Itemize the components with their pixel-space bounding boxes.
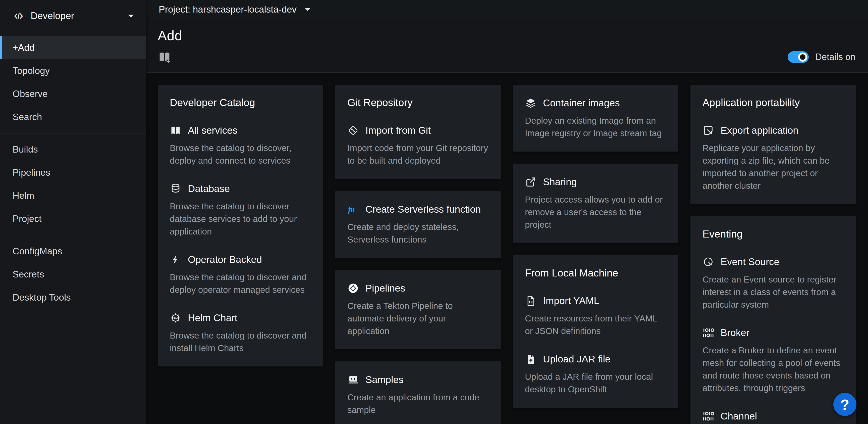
card-items: Sharing Project access allows you to add… <box>525 176 666 231</box>
helm-icon: HELM <box>170 312 181 324</box>
add-action-label: All services <box>188 125 237 136</box>
add-action-all-services[interactable]: All services Browse the catalog to disco… <box>170 125 311 167</box>
perspective-label: Developer <box>31 10 74 21</box>
database-icon <box>170 183 181 195</box>
sidebar-item-helm[interactable]: Helm <box>0 184 146 207</box>
card-items: Container images Deploy an existing Imag… <box>525 97 666 140</box>
event-source-icon <box>703 256 714 268</box>
card-column-2: Git Repository <box>335 85 501 424</box>
details-toggle-label: Details on <box>815 52 856 62</box>
nav-divider <box>0 133 146 134</box>
add-action-description: Create a Tekton Pipeline to automate del… <box>347 300 489 337</box>
card-items: fn Create Serverless function Create and… <box>347 204 489 246</box>
sidebar-item-label: +Add <box>12 43 34 53</box>
add-action-description: Create resources from their YAML or JSON… <box>525 312 666 337</box>
add-action-pipelines[interactable]: Pipelines Create a Tekton Pipeline to au… <box>347 283 489 337</box>
sidebar-item-label: Pipelines <box>12 167 50 178</box>
sidebar-item-label: Topology <box>12 65 50 76</box>
sidebar-nav: +Add Topology Observe Search Builds Pipe… <box>0 32 146 309</box>
sidebar-item-topology[interactable]: Topology <box>0 59 146 82</box>
card-column-1: Developer Catalog All services <box>158 85 323 366</box>
openshift-console: Developer +Add Topology Observe Search B… <box>0 0 868 424</box>
card-title: From Local Machine <box>525 267 666 279</box>
sidebar-item-label: Search <box>12 112 42 122</box>
add-action-create-serverless-function[interactable]: fn Create Serverless function Create and… <box>347 204 489 246</box>
book-plus-icon[interactable] <box>158 50 171 64</box>
add-action-description: Browse the catalog to discover database … <box>170 200 311 238</box>
export-icon <box>703 125 714 136</box>
sidebar-item-add[interactable]: +Add <box>0 36 146 59</box>
git-repository-card: Git Repository <box>335 85 501 179</box>
add-action-operator-backed[interactable]: Operator Backed Browse the catalog to di… <box>170 254 311 296</box>
add-action-container-images[interactable]: Container images Deploy an existing Imag… <box>525 97 666 140</box>
details-toggle[interactable] <box>787 51 809 63</box>
project-selector-label: Project: harshcasper-localsta-dev <box>159 4 297 15</box>
add-action-helm-chart[interactable]: HELM Helm Chart Browse the catalog to di… <box>170 312 311 355</box>
sidebar: Developer +Add Topology Observe Search B… <box>0 0 146 424</box>
add-action-description: Deploy an existing Image from an Image r… <box>525 114 666 140</box>
add-action-description: Browse the catalog to discover and insta… <box>170 329 311 355</box>
sidebar-item-desktop-tools[interactable]: Desktop Tools <box>0 286 146 309</box>
add-action-channel[interactable]: Channel Create a Knative Channel to crea… <box>703 411 844 424</box>
card-items: All services Browse the catalog to disco… <box>170 125 311 355</box>
add-action-description: Create a Broker to define an event mesh … <box>703 344 844 394</box>
svg-text:HELM: HELM <box>173 317 179 319</box>
eventing-card: Eventing <box>690 216 856 424</box>
sidebar-item-label: Observe <box>12 89 48 99</box>
add-action-description: Project access allows you to add or remo… <box>525 193 666 231</box>
share-icon <box>525 176 536 188</box>
add-action-description: Browse the catalog to discover and deplo… <box>170 271 311 296</box>
sidebar-item-builds[interactable]: Builds <box>0 138 146 161</box>
page-header-row: Details on <box>158 50 856 64</box>
add-action-description: Replicate your application by exporting … <box>703 142 844 192</box>
add-action-label: Create Serverless function <box>366 204 481 215</box>
sidebar-item-project[interactable]: Project <box>0 207 146 230</box>
add-action-label: Pipelines <box>366 283 405 294</box>
sidebar-item-secrets[interactable]: Secrets <box>0 263 146 286</box>
card-items: Import YAML Create resources from their … <box>525 295 666 396</box>
sidebar-item-label: ConfigMaps <box>12 246 62 257</box>
main-area: Project: harshcasper-localsta-dev Add <box>146 0 868 424</box>
add-action-event-source[interactable]: Event Source Create an Event source to r… <box>703 256 844 311</box>
sidebar-item-label: Builds <box>12 144 38 155</box>
perspective-switcher[interactable]: Developer <box>0 0 146 32</box>
add-action-label: Helm Chart <box>188 312 237 323</box>
sidebar-item-label: Helm <box>12 191 34 201</box>
sharing-card: Sharing Project access allows you to add… <box>513 164 678 243</box>
sidebar-item-observe[interactable]: Observe <box>0 82 146 106</box>
tekton-icon <box>347 283 359 294</box>
add-action-label: Import from Git <box>366 125 431 136</box>
add-action-upload-jar-file[interactable]: Upload JAR file Upload a JAR file from y… <box>525 354 666 396</box>
add-action-description: Import code from your Git repository to … <box>347 142 489 167</box>
page-header: Add Details on <box>146 19 868 73</box>
card-items: Import from Git Import code from your Gi… <box>347 125 489 167</box>
add-action-description: Browse the catalog to discover, deploy a… <box>170 142 311 167</box>
add-action-label: Event Source <box>720 256 779 267</box>
add-action-sharing[interactable]: Sharing Project access allows you to add… <box>525 176 666 231</box>
book-icon <box>170 125 181 136</box>
svg-text:fn: fn <box>348 205 355 214</box>
add-action-database[interactable]: Database Browse the catalog to discover … <box>170 183 311 238</box>
add-action-broker[interactable]: Broker Create a Broker to define an even… <box>703 327 844 394</box>
file-code-icon <box>525 295 536 307</box>
add-action-label: Broker <box>720 327 749 338</box>
sidebar-item-search[interactable]: Search <box>0 106 146 129</box>
add-action-import-yaml[interactable]: Import YAML Create resources from their … <box>525 295 666 337</box>
add-action-samples[interactable]: Samples Create an application from a cod… <box>347 374 489 416</box>
details-toggle-knob <box>798 53 807 62</box>
from-local-machine-card: From Local Machine <box>513 255 678 408</box>
serverless-function-card: fn Create Serverless function Create and… <box>335 191 501 258</box>
card-title: Eventing <box>703 228 844 240</box>
project-selector[interactable]: Project: harshcasper-localsta-dev <box>159 4 311 15</box>
sidebar-item-pipelines[interactable]: Pipelines <box>0 161 146 184</box>
help-button[interactable]: ? <box>833 393 857 416</box>
sidebar-item-configmaps[interactable]: ConfigMaps <box>0 240 146 263</box>
add-action-import-from-git[interactable]: Import from Git Import code from your Gi… <box>347 125 489 167</box>
add-action-label: Container images <box>543 97 620 109</box>
add-action-export-application[interactable]: Export application Replicate your applic… <box>703 125 844 192</box>
page-title: Add <box>158 28 856 43</box>
samples-card: Samples Create an application from a cod… <box>335 361 501 424</box>
sidebar-item-label: Secrets <box>12 269 44 280</box>
add-action-label: Database <box>188 183 230 194</box>
add-action-description: Upload a JAR file from your local deskto… <box>525 370 666 396</box>
